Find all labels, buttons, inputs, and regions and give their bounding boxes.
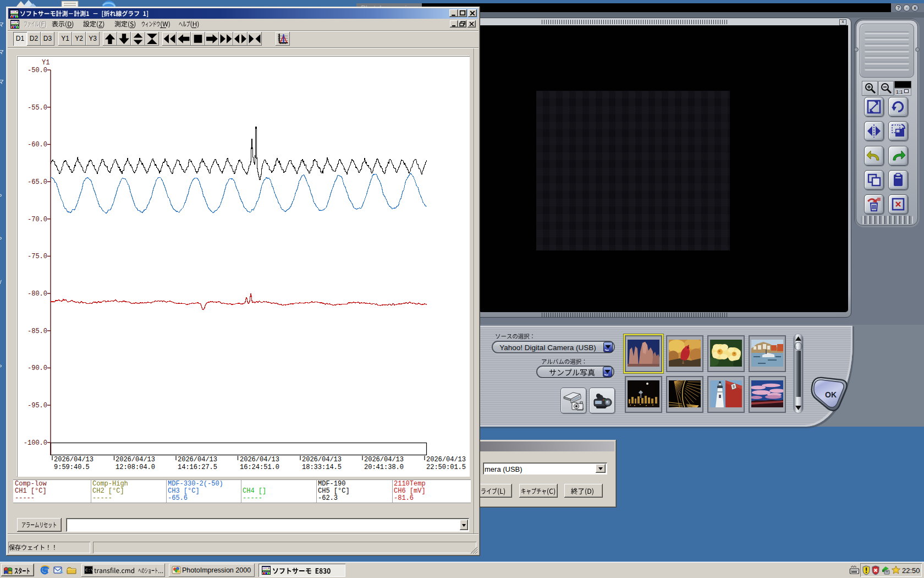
- svg-text:OK: OK: [825, 390, 837, 399]
